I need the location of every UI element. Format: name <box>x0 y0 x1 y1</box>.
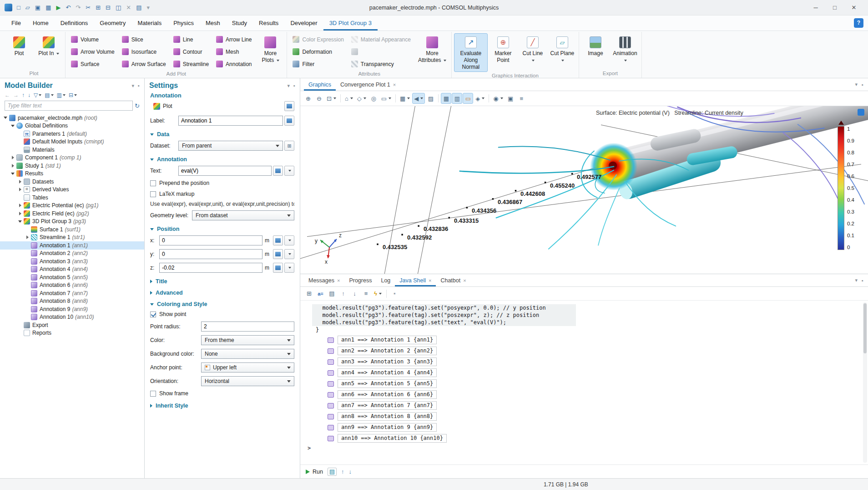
next-command-button[interactable]: ↓ <box>348 468 352 475</box>
move-down-button[interactable]: ↓ <box>349 288 360 299</box>
color-select[interactable]: From theme <box>201 335 294 345</box>
tree-item-root[interactable]: pacemaker_electrode.mph(root) <box>0 114 144 122</box>
tree-item-reports[interactable]: Reports <box>0 329 144 337</box>
zoom-extents-button[interactable]: ⊡ <box>325 93 338 104</box>
expand-arrow-icon[interactable] <box>10 173 15 175</box>
tree-filter-input[interactable] <box>5 101 133 111</box>
dataset-select[interactable]: From parent <box>178 141 283 151</box>
refresh-icon[interactable]: ↻ <box>135 102 140 109</box>
tab-geometry[interactable]: Geometry <box>94 15 131 31</box>
expand-arrow-icon[interactable] <box>10 156 15 159</box>
graphics-canvas[interactable]: Surface: Electric potential (V) Streamli… <box>300 106 868 274</box>
expand-arrow-icon[interactable] <box>3 117 8 119</box>
tree-item-streamline-1[interactable]: Streamline 1(str1) <box>0 234 144 242</box>
line-button[interactable]: Line <box>170 33 212 46</box>
redo-icon[interactable]: ↷ <box>76 5 81 10</box>
go-to-default-view-button[interactable]: ⌂ <box>343 93 355 104</box>
print-button[interactable]: ≡ <box>516 93 527 104</box>
expand-arrow-icon[interactable] <box>17 188 23 191</box>
animation-button[interactable]: Animation <box>611 33 639 65</box>
mesh-button[interactable]: Mesh <box>213 46 255 58</box>
select-mode-button[interactable]: ◎ <box>368 93 379 104</box>
plot-button[interactable]: Plot <box>5 33 33 64</box>
tree-item-annotation-2[interactable]: Annotation 2(ann2) <box>0 250 144 258</box>
tree-item-annotation-10[interactable]: Annotation 10(ann10) <box>0 313 144 322</box>
cut-icon[interactable]: ✂ <box>86 5 91 10</box>
run-button[interactable]: Run <box>306 469 323 475</box>
view-orientation-button[interactable]: ◇ <box>355 93 368 104</box>
position-section-header[interactable]: Position <box>145 222 300 234</box>
rename-button[interactable] <box>284 116 294 126</box>
geometry-level-select[interactable]: From dataset <box>192 210 294 220</box>
y-menu-button[interactable] <box>284 249 294 259</box>
scrollbar-thumb[interactable] <box>863 303 867 353</box>
tab-messages[interactable]: Messages <box>304 274 344 286</box>
list-button[interactable]: ≡ <box>361 288 371 299</box>
marker-point-button[interactable]: Marker Point <box>489 33 517 65</box>
expand-arrow-icon[interactable] <box>10 164 15 168</box>
scene-light-button[interactable]: ◀ <box>412 93 425 104</box>
measure-button[interactable]: ▭ <box>379 93 393 104</box>
tab-chatbot[interactable]: Chatbot <box>436 274 470 286</box>
surface-button[interactable]: Surface <box>68 58 118 70</box>
previous-command-button[interactable]: ↑ <box>341 468 344 475</box>
tab-mesh[interactable]: Mesh <box>200 15 226 31</box>
collapse-all-icon[interactable]: ⊟ <box>69 92 77 98</box>
tree-item-materials[interactable]: Materials <box>0 146 144 154</box>
show-point-checkbox[interactable]: Show point <box>150 311 294 317</box>
anchor-point-select[interactable]: Upper left <box>201 362 294 373</box>
panel-pin-icon[interactable]: ▪ <box>862 82 863 87</box>
tree-item-electric-field[interactable]: Electric Field (ec)(pg2) <box>0 209 144 218</box>
contour-button[interactable]: Contour <box>170 46 212 58</box>
y-range-button[interactable] <box>273 249 283 259</box>
tree-item-annotation-9[interactable]: Annotation 9(ann9) <box>0 305 144 313</box>
tab-3d-plot-group-3[interactable]: 3D Plot Group 3 <box>323 15 378 31</box>
go-forward-icon[interactable]: → <box>13 92 19 98</box>
tree-item-annotation-4[interactable]: Annotation 4(ann4) <box>0 265 144 274</box>
close-tab-icon[interactable] <box>429 278 431 283</box>
tree-item-derived-values[interactable]: Derived Values <box>0 186 144 194</box>
filter-tree-icon[interactable]: ▽ <box>34 92 41 98</box>
tree-item-annotation-7[interactable]: Annotation 7(ann7) <box>0 289 144 297</box>
expand-arrow-icon[interactable] <box>17 180 23 184</box>
tree-item-electric-potential[interactable]: Electric Potential (ec)(pg1) <box>0 202 144 210</box>
background-color-select[interactable]: None <box>201 349 294 359</box>
panel-menu-icon[interactable]: ▾ <box>855 277 858 283</box>
tree-item-3d-plot-group-3[interactable]: 3D Plot Group 3(pg3) <box>0 218 144 226</box>
title-section-header[interactable]: Title <box>145 275 300 286</box>
close-tab-icon[interactable] <box>463 278 466 283</box>
annotation-text-input[interactable] <box>178 166 272 176</box>
panel-pin-icon[interactable]: ▪ <box>293 83 295 89</box>
move-up-button[interactable]: ↑ <box>338 288 348 299</box>
filter-button[interactable]: Filter <box>289 58 347 70</box>
image-button[interactable]: Image <box>581 33 610 64</box>
z-menu-button[interactable] <box>284 263 294 273</box>
snapshot-button[interactable]: ▣ <box>505 93 516 104</box>
annotation-button[interactable]: Annotation <box>213 58 255 70</box>
panel-pin-icon[interactable]: ▪ <box>862 278 863 283</box>
tree-item-annotation-3[interactable]: Annotation 3(ann3) <box>0 257 144 265</box>
tree-item-annotation-1[interactable]: Annotation 1(ann1) <box>0 241 144 250</box>
move-down-icon[interactable]: ↓ <box>28 92 30 98</box>
point-radius-input[interactable] <box>201 322 294 332</box>
open-console-button[interactable]: ▤ <box>328 468 337 476</box>
insert-expression-button[interactable] <box>273 166 283 176</box>
expand-arrow-icon[interactable] <box>17 220 23 223</box>
slice-button[interactable]: Slice <box>119 33 169 46</box>
more-plots-button[interactable]: More Plots <box>256 33 284 65</box>
x-menu-button[interactable] <box>284 235 294 245</box>
duplicate-icon[interactable]: ◫ <box>116 5 121 10</box>
close-tab-icon[interactable] <box>393 82 396 87</box>
selection-button[interactable] <box>348 46 414 58</box>
move-up-icon[interactable]: ↑ <box>22 92 25 98</box>
new-file-icon[interactable]: □ <box>17 5 20 10</box>
tab-log[interactable]: Log <box>376 274 395 286</box>
cut-plane-button[interactable]: Cut Plane <box>548 33 576 65</box>
arrow-line-button[interactable]: Arrow Line <box>213 33 255 46</box>
plot-in-button[interactable]: Plot In <box>35 33 63 64</box>
deformation-button[interactable]: Deformation <box>289 46 347 58</box>
material-appearance-button[interactable]: Material Appearance <box>348 33 414 46</box>
arrow-surface-button[interactable]: Arrow Surface <box>119 58 169 70</box>
compute-icon[interactable]: ▶ <box>56 5 61 10</box>
annotation-section-header[interactable]: Annotation <box>145 153 300 164</box>
